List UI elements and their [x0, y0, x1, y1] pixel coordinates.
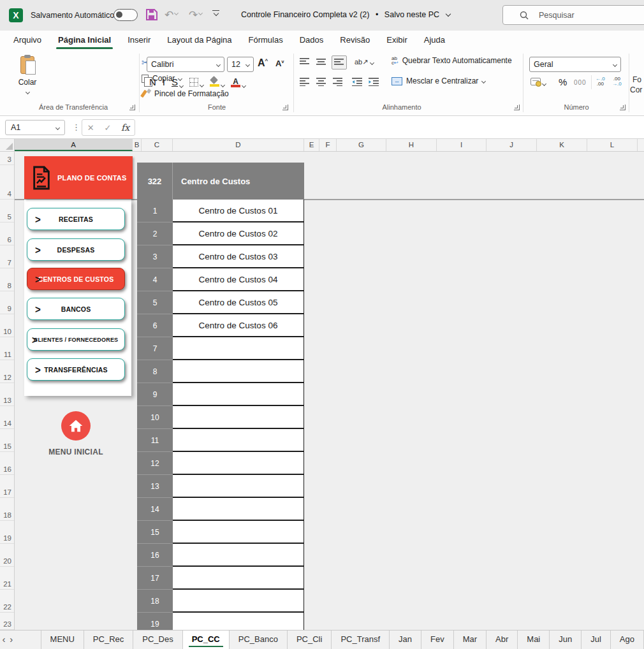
tab-exibir[interactable]: Exibir — [378, 31, 416, 50]
tab-revisao[interactable]: Revisão — [332, 31, 378, 50]
sheet-tab-mai[interactable]: Mai — [518, 631, 550, 649]
borders-button[interactable] — [189, 78, 203, 87]
row-header-13[interactable]: 13 — [0, 383, 14, 406]
row-header-17[interactable]: 17 — [0, 475, 14, 498]
name-box[interactable]: A1 — [5, 120, 65, 135]
row-number-cell[interactable]: 15 — [137, 521, 173, 544]
clipboard-dialog-launcher-icon[interactable] — [129, 105, 135, 110]
tab-layout[interactable]: Layout da Página — [159, 31, 240, 50]
row-header-12[interactable]: 12 — [0, 360, 14, 383]
column-header-g[interactable]: G — [337, 139, 386, 151]
autosave-toggle[interactable] — [113, 9, 138, 21]
row-header-18[interactable]: 18 — [0, 498, 14, 521]
number-format-combo[interactable]: Geral — [529, 57, 621, 72]
comma-style-button[interactable]: 000 — [574, 79, 587, 86]
row-header-7[interactable]: 7 — [0, 245, 14, 268]
sheet-tab-pc-des[interactable]: PC_Des — [133, 631, 182, 649]
merge-center-button[interactable]: ↔ Mesclar e Centralizar — [392, 77, 485, 85]
row-value-cell[interactable] — [173, 360, 304, 383]
select-all-corner[interactable] — [0, 139, 15, 151]
receitas-button[interactable]: > RECEITAS — [27, 208, 125, 230]
align-center-icon[interactable] — [316, 78, 326, 86]
row-value-cell[interactable]: Centro de Custos 05 — [173, 291, 304, 314]
column-header-k[interactable]: K — [537, 139, 587, 151]
decrease-indent-icon[interactable] — [352, 78, 363, 86]
row-header-23[interactable]: 23 — [0, 613, 14, 630]
orientation-button[interactable]: ab↗ — [355, 58, 374, 66]
row-number-cell[interactable]: 7 — [137, 337, 173, 360]
menu-inicial-button[interactable] — [61, 411, 91, 441]
row-value-cell[interactable] — [173, 567, 304, 590]
font-size-combo[interactable]: 12 — [227, 57, 254, 72]
row-value-cell[interactable] — [173, 498, 304, 521]
align-left-icon[interactable] — [300, 78, 310, 86]
sheet-tab-pc-transf[interactable]: PC_Transf — [332, 631, 390, 649]
accounting-format-button[interactable] — [531, 78, 546, 87]
percent-style-button[interactable]: % — [559, 77, 567, 87]
sheet-tab-pc-cc[interactable]: PC_CC — [183, 631, 230, 649]
row-header-11[interactable]: 11 — [0, 337, 14, 360]
tab-dados[interactable]: Dados — [291, 31, 332, 50]
row-value-cell[interactable]: Centro de Custos 03 — [173, 245, 304, 268]
save-icon[interactable] — [145, 8, 157, 21]
column-header-e[interactable]: E — [304, 139, 319, 151]
wrap-text-button[interactable]: abc↩ Quebrar Texto Automaticamente — [392, 56, 512, 65]
fill-color-button[interactable] — [210, 77, 224, 87]
sheet-tab-menu[interactable]: MENU — [41, 631, 84, 649]
clientes-fornecedores-button[interactable]: > CLIENTES / FORNECEDORES — [27, 328, 125, 351]
paste-button[interactable]: Colar — [13, 55, 42, 102]
row-header-22[interactable]: 22 — [0, 590, 14, 613]
tab-arquivo[interactable]: Arquivo — [5, 31, 50, 50]
centros-de-custos-button[interactable]: > CENTROS DE CUSTOS — [27, 268, 125, 290]
column-header-b[interactable]: B — [133, 139, 142, 151]
tab-ajuda[interactable]: Ajuda — [416, 31, 453, 50]
sheet-tab-ago[interactable]: Ago — [611, 631, 644, 649]
row-number-cell[interactable]: 13 — [137, 475, 173, 498]
decrease-decimal-icon[interactable]: .00→.0 — [612, 77, 622, 87]
row-value-cell[interactable]: Centro de Custos 02 — [173, 222, 304, 245]
sheet-tab-pc-banco[interactable]: PC_Banco — [230, 631, 288, 649]
sheet-tab-abr[interactable]: Abr — [487, 631, 518, 649]
row-value-cell[interactable] — [173, 521, 304, 544]
row-number-cell[interactable]: 1 — [137, 200, 173, 222]
row-value-cell[interactable] — [173, 613, 304, 630]
row-header-5[interactable]: 5 — [0, 200, 14, 222]
tab-formulas[interactable]: Fórmulas — [240, 31, 291, 50]
sheet-tab-pc-cli[interactable]: PC_Cli — [288, 631, 332, 649]
row-number-cell[interactable]: 18 — [137, 590, 173, 613]
tab-inserir[interactable]: Inserir — [119, 31, 159, 50]
column-header-l[interactable]: L — [587, 139, 638, 151]
row-value-cell[interactable] — [173, 452, 304, 475]
sheet-tab-jan[interactable]: Jan — [390, 631, 421, 649]
row-value-cell[interactable]: Centro de Custos 04 — [173, 268, 304, 291]
row-header-19[interactable]: 19 — [0, 521, 14, 544]
font-name-combo[interactable]: Calibri — [147, 57, 224, 72]
column-header-h[interactable]: H — [386, 139, 437, 151]
column-header-c[interactable]: C — [142, 139, 173, 151]
row-number-cell[interactable]: 16 — [137, 544, 173, 567]
tab-pagina-inicial[interactable]: Página Inicial — [50, 31, 119, 50]
column-header-f[interactable]: F — [319, 139, 337, 151]
redo-icon[interactable]: ↷ — [189, 8, 202, 22]
font-color-button[interactable]: A — [231, 77, 245, 87]
column-header-d[interactable]: D — [173, 139, 304, 151]
row-value-cell[interactable] — [173, 475, 304, 498]
row-value-cell[interactable] — [173, 429, 304, 452]
row-number-cell[interactable]: 10 — [137, 406, 173, 429]
row-header-21[interactable]: 21 — [0, 567, 14, 590]
row-number-cell[interactable]: 12 — [137, 452, 173, 475]
bold-button[interactable]: N — [149, 77, 156, 87]
row-value-cell[interactable]: Centro de Custos 01 — [173, 200, 304, 222]
row-header-14[interactable]: 14 — [0, 406, 14, 429]
column-header-i[interactable]: I — [437, 139, 487, 151]
row-header-16[interactable]: 16 — [0, 452, 14, 475]
sheet-next-icon[interactable]: › — [8, 631, 15, 649]
row-value-cell[interactable] — [173, 337, 304, 360]
row-header-10[interactable]: 10 — [0, 314, 14, 337]
enter-icon[interactable]: ✓ — [104, 123, 111, 133]
sheet-tab-fev[interactable]: Fev — [421, 631, 454, 649]
row-header-15[interactable]: 15 — [0, 429, 14, 452]
underline-button[interactable]: S — [172, 77, 183, 87]
row-number-cell[interactable]: 8 — [137, 360, 173, 383]
increase-font-icon[interactable]: A^ — [258, 57, 268, 69]
